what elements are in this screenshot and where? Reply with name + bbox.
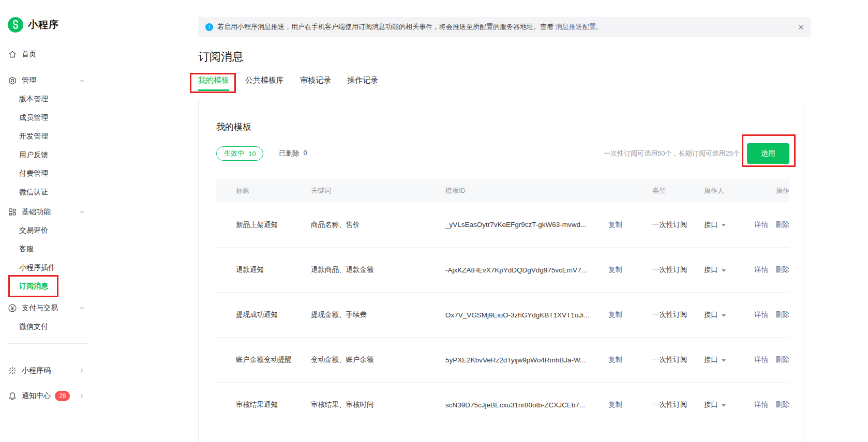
table-header-row: 标题关键词模板ID类型操作人操作 bbox=[216, 179, 789, 202]
banner-text-suffix: 。 bbox=[596, 23, 603, 31]
column-header-1: 关键词 bbox=[311, 186, 445, 195]
sidebar-item-customer-service[interactable]: 客服 bbox=[0, 240, 98, 258]
template-title-cell: 账户余额变动提醒 bbox=[236, 355, 311, 364]
template-keywords-cell: 审核结果、审核时间 bbox=[311, 400, 445, 409]
sidebar-item-fee-manage[interactable]: 付费管理 bbox=[0, 164, 98, 183]
copy-link[interactable]: 复制 bbox=[608, 310, 652, 319]
table-row: 新品上架通知 商品名称、售价 _yVLsEasOytr7vKeEFgr9czT-… bbox=[216, 202, 789, 247]
delete-link[interactable]: 删除 bbox=[775, 220, 789, 230]
operator-text: 接口 bbox=[704, 400, 718, 409]
tab-my-templates[interactable]: 我的模板 bbox=[198, 75, 229, 91]
detail-link[interactable]: 详情 bbox=[754, 310, 768, 319]
sidebar-item-manage[interactable]: 管理 bbox=[0, 71, 98, 90]
sidebar-item-wechat-verify[interactable]: 微信认证 bbox=[0, 183, 98, 202]
tab-review-records[interactable]: 审核记录 bbox=[300, 75, 331, 91]
sidebar: 小程序 首页管理版本管理成员管理开发管理用户反馈付费管理微信认证基础功能交易评价… bbox=[0, 0, 98, 442]
sidebar-item-home[interactable]: 首页 bbox=[0, 45, 98, 64]
sidebar-item-notify-center[interactable]: 通知中心28 bbox=[0, 387, 98, 405]
table-row: 账户余额变动提醒 变动金额、账户余额 5yPXE2KbvVeRz2dTyijw9… bbox=[216, 337, 789, 382]
delete-link[interactable]: 删除 bbox=[775, 400, 789, 409]
tab-public-library[interactable]: 公共模板库 bbox=[245, 75, 284, 91]
operator-dropdown[interactable]: 接口 bbox=[704, 400, 751, 409]
row-actions: 详情删除 bbox=[751, 265, 789, 275]
sidebar-item-pay-trade[interactable]: 支付与交易 bbox=[0, 299, 98, 317]
copy-link[interactable]: 复制 bbox=[608, 220, 652, 230]
templates-panel: 我的模板 生效中10 已删除0 一次性订阅可选用50个，长期订阅可选用25个 选… bbox=[198, 100, 803, 442]
template-type-cell: 一次性订阅 bbox=[652, 355, 704, 364]
bell-icon bbox=[8, 391, 17, 401]
row-actions: 详情删除 bbox=[751, 310, 789, 319]
column-header-5: 操作 bbox=[751, 186, 789, 195]
templates-table: 标题关键词模板ID类型操作人操作 新品上架通知 商品名称、售价 _yVLsEas… bbox=[216, 179, 789, 427]
filter-deleted[interactable]: 已删除0 bbox=[279, 149, 307, 158]
filter-active[interactable]: 生效中10 bbox=[216, 146, 263, 161]
sidebar-item-label: 微信认证 bbox=[19, 188, 48, 197]
template-id-text: Ox7V_VGSMj9EioO-3zhGYdgKBT1XVT1oJi... bbox=[445, 311, 589, 319]
template-title-cell: 审核结果通知 bbox=[236, 400, 311, 409]
detail-link[interactable]: 详情 bbox=[754, 265, 768, 275]
template-id-text: 5yPXE2KbvVeRz2dTyijw9pWo4RmhBJa-W... bbox=[445, 356, 586, 364]
operator-dropdown[interactable]: 接口 bbox=[704, 220, 751, 230]
copy-link[interactable]: 复制 bbox=[608, 355, 652, 364]
chevron-right-icon bbox=[78, 392, 85, 400]
caret-down-icon bbox=[722, 269, 726, 272]
delete-link[interactable]: 删除 bbox=[775, 355, 789, 364]
sidebar-item-user-feedback[interactable]: 用户反馈 bbox=[0, 146, 98, 164]
detail-link[interactable]: 详情 bbox=[754, 220, 768, 230]
sidebar-item-label: 订阅消息 bbox=[19, 282, 48, 291]
template-keywords-cell: 变动金额、账户余额 bbox=[311, 355, 445, 364]
operator-text: 接口 bbox=[704, 310, 718, 319]
minicode-icon bbox=[8, 366, 17, 375]
page-title: 订阅消息 bbox=[198, 49, 811, 65]
template-id-cell: 5yPXE2KbvVeRz2dTyijw9pWo4RmhBJa-W... bbox=[445, 356, 608, 364]
filters: 生效中10 已删除0 bbox=[216, 146, 307, 161]
sidebar-item-member-manage[interactable]: 成员管理 bbox=[0, 109, 98, 127]
template-id-text: -AjxKZAtHEvX7KpYdDQDgVdg975vcEmV7... bbox=[445, 266, 587, 274]
template-type-cell: 一次性订阅 bbox=[652, 265, 704, 275]
pay-icon bbox=[8, 303, 17, 313]
sidebar-item-label: 成员管理 bbox=[19, 113, 48, 123]
sidebar-item-basic-functions[interactable]: 基础功能 bbox=[0, 203, 98, 221]
detail-link[interactable]: 详情 bbox=[754, 400, 768, 409]
sidebar-item-trade-review[interactable]: 交易评价 bbox=[0, 221, 98, 240]
operator-dropdown[interactable]: 接口 bbox=[704, 265, 751, 275]
sidebar-divider bbox=[8, 343, 88, 344]
select-button[interactable]: 选用 bbox=[747, 143, 789, 164]
notification-count-badge: 28 bbox=[55, 391, 70, 401]
sidebar-item-label: 通知中心 bbox=[22, 391, 51, 401]
banner-push-config-link[interactable]: 消息推送配置 bbox=[556, 23, 596, 31]
sidebar-item-label: 用户反馈 bbox=[19, 150, 48, 160]
caret-down-icon bbox=[722, 404, 726, 407]
tab-operation-records[interactable]: 操作记录 bbox=[347, 75, 378, 91]
close-icon[interactable]: × bbox=[798, 22, 804, 32]
info-icon: i bbox=[205, 23, 213, 31]
delete-link[interactable]: 删除 bbox=[775, 310, 789, 319]
column-header-0: 标题 bbox=[236, 186, 311, 195]
detail-link[interactable]: 详情 bbox=[754, 355, 768, 364]
table-row: 提现成功通知 提现金额、手续费 Ox7V_VGSMj9EioO-3zhGYdgK… bbox=[216, 292, 789, 337]
sidebar-item-mini-code[interactable]: 小程序码 bbox=[0, 361, 98, 380]
template-id-cell: _yVLsEasOytr7vKeEFgr9czT-gkW63-mvwd... bbox=[445, 221, 608, 228]
sidebar-item-version-manage[interactable]: 版本管理 bbox=[0, 90, 98, 109]
operator-dropdown[interactable]: 接口 bbox=[704, 310, 751, 319]
sidebar-item-label: 小程序码 bbox=[22, 366, 51, 375]
sidebar-item-dev-manage[interactable]: 开发管理 bbox=[0, 127, 98, 146]
app-title: 小程序 bbox=[28, 18, 59, 32]
template-type-cell: 一次性订阅 bbox=[652, 400, 704, 409]
operator-dropdown[interactable]: 接口 bbox=[704, 355, 751, 364]
sidebar-nav: 首页管理版本管理成员管理开发管理用户反馈付费管理微信认证基础功能交易评价客服小程… bbox=[0, 45, 98, 405]
sidebar-item-wechat-pay[interactable]: 微信支付 bbox=[0, 317, 98, 336]
notice-banner: i 若启用小程序消息推送，用户在手机客户端使用订阅消息功能的相关事件，将会推送至… bbox=[198, 17, 811, 37]
sidebar-item-plugins[interactable]: 小程序插件 bbox=[0, 258, 98, 277]
caret-down-icon bbox=[722, 314, 726, 317]
chevron-right-icon bbox=[78, 367, 85, 374]
sidebar-item-label: 小程序插件 bbox=[19, 263, 55, 272]
delete-link[interactable]: 删除 bbox=[775, 265, 789, 275]
template-id-cell: scN39D75cJjeBEcxu31nr80otb-ZCXJCEb7... bbox=[445, 401, 608, 409]
copy-link[interactable]: 复制 bbox=[608, 265, 652, 275]
copy-link[interactable]: 复制 bbox=[608, 400, 652, 409]
template-title-cell: 提现成功通知 bbox=[236, 310, 311, 319]
template-id-text: scN39D75cJjeBEcxu31nr80otb-ZCXJCEb7... bbox=[445, 401, 585, 409]
sidebar-item-subscribe-message[interactable]: 订阅消息 bbox=[0, 277, 98, 296]
template-title-cell: 新品上架通知 bbox=[236, 220, 311, 230]
